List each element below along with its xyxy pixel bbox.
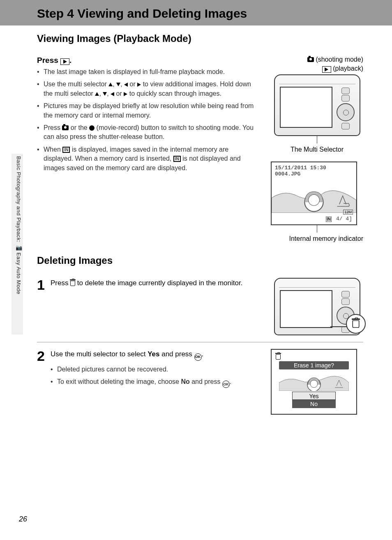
internal-memory-icon: IN	[62, 147, 70, 153]
viewing-heading: Viewing Images (Playback Mode)	[37, 33, 363, 44]
erase-confirm-screen: Erase 1 image? Yes No	[271, 349, 357, 415]
down-icon	[116, 83, 120, 86]
left-icon	[124, 83, 128, 87]
preview-resolution: 12M	[343, 210, 353, 215]
preview-in-icon: IN	[326, 217, 332, 222]
erase-option-yes: Yes	[292, 392, 336, 400]
press-heading: Press .	[37, 56, 258, 65]
bullet-1: The last image taken is displayed in ful…	[37, 67, 258, 76]
camera-diagram	[274, 74, 360, 136]
bullet-5: When IN is displayed, images saved in th…	[37, 145, 258, 173]
preview-date: 15/11/2011 15:30	[275, 165, 326, 171]
step-number-1: 1	[37, 278, 45, 292]
playback-label: (playback)	[271, 65, 363, 73]
yes-bold: Yes	[148, 350, 159, 358]
bullet-2: Use the multi selector , , or to view ad…	[37, 80, 258, 98]
page-title: Step 4 Viewing and Deleting Images	[37, 7, 392, 21]
trash-icon	[276, 354, 281, 360]
separator	[37, 342, 363, 342]
multi-selector-label: The Multi Selector	[271, 146, 363, 153]
camera-icon	[62, 125, 69, 130]
svg-point-1	[309, 194, 320, 205]
erase-prompt: Erase 1 image?	[279, 361, 349, 369]
delete-button-callout	[346, 314, 366, 334]
ok-icon: OK	[222, 381, 230, 388]
viewing-bullet-list: The last image taken is displayed in ful…	[37, 67, 258, 173]
record-icon	[89, 125, 95, 131]
up-icon	[95, 92, 99, 96]
deleting-heading: Deleting Images	[37, 255, 363, 266]
multi-selector-diagram	[337, 103, 355, 121]
delete-diagram	[271, 278, 363, 335]
page-number: 26	[19, 515, 27, 524]
right-icon	[124, 92, 127, 96]
bullet-3: Pictures may be displayed briefly at low…	[37, 102, 258, 120]
trash-icon	[70, 281, 75, 286]
left-icon	[111, 92, 114, 96]
no-bold: No	[181, 378, 189, 385]
title-bar: Step 4 Viewing and Deleting Images	[0, 0, 392, 25]
internal-memory-icon: IN	[173, 156, 181, 162]
playback-preview: 15/11/2011 15:30 0004.JPG 12M IN 4/ 4]	[271, 162, 357, 225]
side-section-label: Basic Photography and Playback: 📷 Easy A…	[16, 156, 22, 294]
svg-point-3	[310, 380, 318, 388]
preview-file: 0004.JPG	[275, 171, 326, 177]
camera-icon	[307, 57, 314, 62]
step2-bullet-2: To exit without deleting the image, choo…	[51, 377, 258, 388]
down-icon	[103, 92, 107, 96]
playback-icon	[60, 58, 69, 65]
preview-scene	[272, 179, 356, 213]
bullet-4: Press or the (movie-record) button to sw…	[37, 123, 258, 142]
step2-bullet-1: Deleted pictures cannot be recovered.	[51, 365, 258, 374]
playback-icon	[322, 66, 331, 73]
ok-icon: OK	[194, 353, 202, 361]
erase-option-no: No	[292, 400, 336, 408]
step-2: 2 Use the multi selector to select Yes a…	[37, 349, 258, 391]
up-icon	[108, 83, 113, 86]
press-label: Press	[37, 56, 58, 65]
right-icon	[137, 83, 141, 87]
internal-memory-label: Internal memory indicator	[271, 235, 363, 242]
preview-count: 4/ 4]	[336, 216, 352, 222]
step-1: 1 Press to delete the image currently di…	[37, 278, 258, 292]
shooting-mode-label: (shooting mode)	[271, 56, 363, 63]
step-number-2: 2	[37, 349, 45, 363]
